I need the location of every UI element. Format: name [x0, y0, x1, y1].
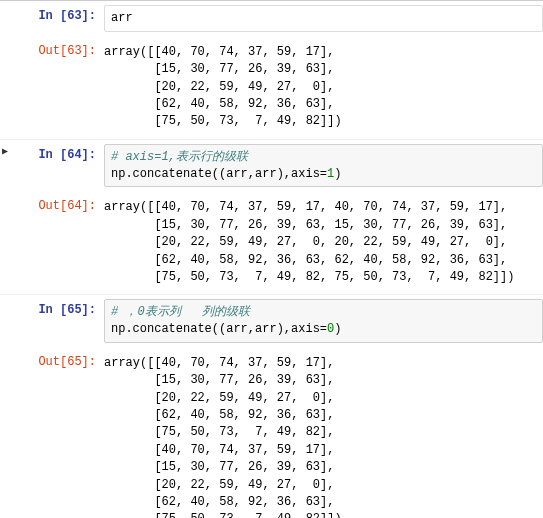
comment-65: # ，0表示列 列的级联: [111, 305, 250, 319]
prompt-out-63: Out[63]:: [0, 40, 104, 135]
output-text-65: array([[40, 70, 74, 37, 59, 17], [15, 30…: [104, 351, 543, 518]
output-cell-65: Out[65]: array([[40, 70, 74, 37, 59, 17]…: [0, 347, 543, 518]
output-text-64: array([[40, 70, 74, 37, 59, 17, 40, 70, …: [104, 195, 543, 290]
prompt-in-63: In [63]:: [0, 5, 104, 32]
output-text-63: array([[40, 70, 74, 37, 59, 17], [15, 30…: [104, 40, 543, 135]
code-line-64: np.concatenate((arr,arr),axis=1): [111, 167, 341, 181]
input-cell-63: In [63]: arr: [0, 0, 543, 36]
input-cell-65: In [65]: # ，0表示列 列的级联 np.concatenate((ar…: [0, 294, 543, 347]
prompt-in-65: In [65]:: [0, 299, 104, 343]
run-marker-icon[interactable]: ▶: [0, 139, 8, 157]
output-cell-63: Out[63]: array([[40, 70, 74, 37, 59, 17]…: [0, 36, 543, 139]
code-input-63[interactable]: arr: [104, 5, 543, 32]
prompt-out-65: Out[65]:: [0, 351, 104, 518]
code-input-64[interactable]: # axis=1,表示行的级联 np.concatenate((arr,arr)…: [104, 144, 543, 188]
prompt-in-64: In [64]:: [0, 144, 104, 188]
comment-64: # axis=1,表示行的级联: [111, 150, 248, 164]
code-input-65[interactable]: # ，0表示列 列的级联 np.concatenate((arr,arr),ax…: [104, 299, 543, 343]
input-cell-64: In [64]: # axis=1,表示行的级联 np.concatenate(…: [0, 139, 543, 192]
prompt-out-64: Out[64]:: [0, 195, 104, 290]
code-line-65: np.concatenate((arr,arr),axis=0): [111, 322, 341, 336]
output-cell-64: Out[64]: array([[40, 70, 74, 37, 59, 17,…: [0, 191, 543, 294]
